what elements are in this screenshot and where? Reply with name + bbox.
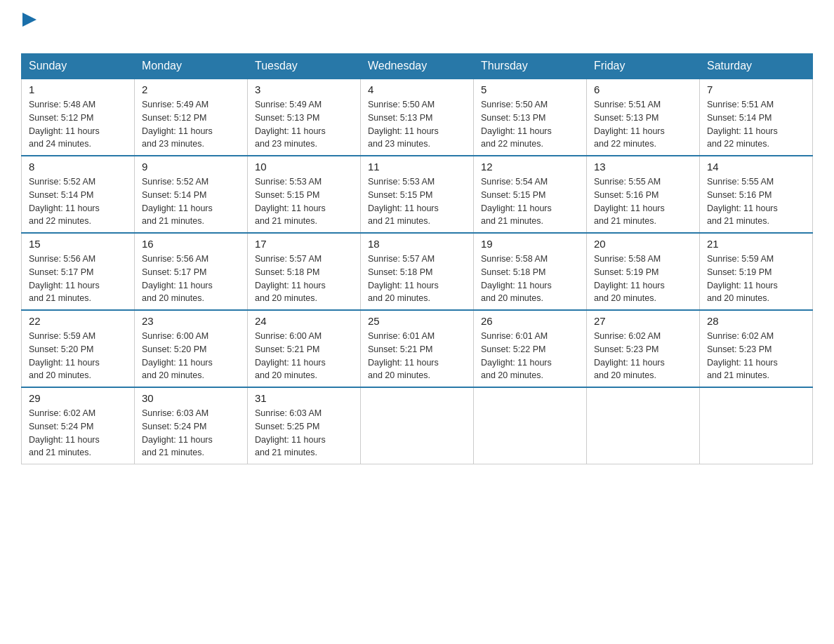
day-info: Sunrise: 5:59 AMSunset: 5:20 PMDaylight:… [29, 331, 100, 380]
page-header [21, 14, 813, 46]
calendar-cell [587, 387, 700, 464]
calendar-cell: 16 Sunrise: 5:56 AMSunset: 5:17 PMDaylig… [135, 233, 248, 310]
day-info: Sunrise: 5:55 AMSunset: 5:16 PMDaylight:… [594, 177, 665, 226]
calendar-cell: 6 Sunrise: 5:51 AMSunset: 5:13 PMDayligh… [587, 79, 700, 156]
logo [21, 14, 37, 46]
day-info: Sunrise: 5:58 AMSunset: 5:18 PMDaylight:… [481, 254, 552, 303]
day-number: 12 [481, 161, 579, 173]
day-info: Sunrise: 5:58 AMSunset: 5:19 PMDaylight:… [594, 254, 665, 303]
day-number: 18 [368, 238, 466, 250]
calendar-cell [361, 387, 474, 464]
calendar-week-3: 15 Sunrise: 5:56 AMSunset: 5:17 PMDaylig… [22, 233, 813, 310]
calendar-cell: 5 Sunrise: 5:50 AMSunset: 5:13 PMDayligh… [474, 79, 587, 156]
calendar-cell [474, 387, 587, 464]
day-number: 30 [142, 392, 240, 404]
day-info: Sunrise: 6:02 AMSunset: 5:24 PMDaylight:… [29, 408, 100, 457]
day-number: 21 [707, 238, 805, 250]
day-number: 25 [368, 315, 466, 327]
day-info: Sunrise: 5:50 AMSunset: 5:13 PMDaylight:… [368, 100, 439, 149]
day-number: 6 [594, 83, 692, 95]
calendar-cell: 8 Sunrise: 5:52 AMSunset: 5:14 PMDayligh… [22, 156, 135, 233]
day-info: Sunrise: 5:48 AMSunset: 5:12 PMDaylight:… [29, 100, 100, 149]
day-number: 16 [142, 238, 240, 250]
calendar-cell: 23 Sunrise: 6:00 AMSunset: 5:20 PMDaylig… [135, 310, 248, 387]
calendar-cell: 22 Sunrise: 5:59 AMSunset: 5:20 PMDaylig… [22, 310, 135, 387]
calendar-cell: 15 Sunrise: 5:56 AMSunset: 5:17 PMDaylig… [22, 233, 135, 310]
day-info: Sunrise: 6:02 AMSunset: 5:23 PMDaylight:… [707, 331, 778, 380]
day-info: Sunrise: 6:00 AMSunset: 5:20 PMDaylight:… [142, 331, 213, 380]
calendar-cell: 26 Sunrise: 6:01 AMSunset: 5:22 PMDaylig… [474, 310, 587, 387]
day-info: Sunrise: 6:03 AMSunset: 5:25 PMDaylight:… [255, 408, 326, 457]
day-info: Sunrise: 6:01 AMSunset: 5:21 PMDaylight:… [368, 331, 439, 380]
calendar-cell: 20 Sunrise: 5:58 AMSunset: 5:19 PMDaylig… [587, 233, 700, 310]
day-number: 27 [594, 315, 692, 327]
calendar-week-5: 29 Sunrise: 6:02 AMSunset: 5:24 PMDaylig… [22, 387, 813, 464]
calendar-cell: 10 Sunrise: 5:53 AMSunset: 5:15 PMDaylig… [248, 156, 361, 233]
calendar-cell: 17 Sunrise: 5:57 AMSunset: 5:18 PMDaylig… [248, 233, 361, 310]
logo-arrow-icon [22, 13, 37, 27]
day-number: 10 [255, 161, 353, 173]
day-number: 17 [255, 238, 353, 250]
day-number: 22 [29, 315, 127, 327]
calendar-cell: 3 Sunrise: 5:49 AMSunset: 5:13 PMDayligh… [248, 79, 361, 156]
day-info: Sunrise: 5:49 AMSunset: 5:13 PMDaylight:… [255, 100, 326, 149]
calendar-cell: 25 Sunrise: 6:01 AMSunset: 5:21 PMDaylig… [361, 310, 474, 387]
day-info: Sunrise: 5:56 AMSunset: 5:17 PMDaylight:… [29, 254, 100, 303]
day-info: Sunrise: 5:55 AMSunset: 5:16 PMDaylight:… [707, 177, 778, 226]
day-info: Sunrise: 6:02 AMSunset: 5:23 PMDaylight:… [594, 331, 665, 380]
day-info: Sunrise: 5:53 AMSunset: 5:15 PMDaylight:… [255, 177, 326, 226]
day-info: Sunrise: 5:57 AMSunset: 5:18 PMDaylight:… [255, 254, 326, 303]
day-info: Sunrise: 5:50 AMSunset: 5:13 PMDaylight:… [481, 100, 552, 149]
calendar-cell: 4 Sunrise: 5:50 AMSunset: 5:13 PMDayligh… [361, 79, 474, 156]
day-info: Sunrise: 5:57 AMSunset: 5:18 PMDaylight:… [368, 254, 439, 303]
day-number: 31 [255, 392, 353, 404]
day-info: Sunrise: 5:51 AMSunset: 5:13 PMDaylight:… [594, 100, 665, 149]
day-info: Sunrise: 6:03 AMSunset: 5:24 PMDaylight:… [142, 408, 213, 457]
calendar-week-4: 22 Sunrise: 5:59 AMSunset: 5:20 PMDaylig… [22, 310, 813, 387]
calendar-cell: 7 Sunrise: 5:51 AMSunset: 5:14 PMDayligh… [700, 79, 813, 156]
day-info: Sunrise: 6:01 AMSunset: 5:22 PMDaylight:… [481, 331, 552, 380]
calendar-cell: 14 Sunrise: 5:55 AMSunset: 5:16 PMDaylig… [700, 156, 813, 233]
day-number: 20 [594, 238, 692, 250]
calendar-cell: 11 Sunrise: 5:53 AMSunset: 5:15 PMDaylig… [361, 156, 474, 233]
day-info: Sunrise: 5:52 AMSunset: 5:14 PMDaylight:… [142, 177, 213, 226]
calendar-cell: 31 Sunrise: 6:03 AMSunset: 5:25 PMDaylig… [248, 387, 361, 464]
calendar-cell: 21 Sunrise: 5:59 AMSunset: 5:19 PMDaylig… [700, 233, 813, 310]
day-info: Sunrise: 6:00 AMSunset: 5:21 PMDaylight:… [255, 331, 326, 380]
calendar-week-1: 1 Sunrise: 5:48 AMSunset: 5:12 PMDayligh… [22, 79, 813, 156]
calendar-cell: 30 Sunrise: 6:03 AMSunset: 5:24 PMDaylig… [135, 387, 248, 464]
day-number: 23 [142, 315, 240, 327]
col-header-tuesday: Tuesday [248, 54, 361, 79]
day-info: Sunrise: 5:56 AMSunset: 5:17 PMDaylight:… [142, 254, 213, 303]
calendar-cell: 24 Sunrise: 6:00 AMSunset: 5:21 PMDaylig… [248, 310, 361, 387]
day-info: Sunrise: 5:59 AMSunset: 5:19 PMDaylight:… [707, 254, 778, 303]
day-number: 7 [707, 83, 805, 95]
day-number: 28 [707, 315, 805, 327]
calendar-cell: 19 Sunrise: 5:58 AMSunset: 5:18 PMDaylig… [474, 233, 587, 310]
day-number: 15 [29, 238, 127, 250]
svg-marker-0 [22, 13, 37, 27]
day-number: 29 [29, 392, 127, 404]
day-number: 9 [142, 161, 240, 173]
day-number: 14 [707, 161, 805, 173]
calendar-cell: 27 Sunrise: 6:02 AMSunset: 5:23 PMDaylig… [587, 310, 700, 387]
col-header-wednesday: Wednesday [361, 54, 474, 79]
calendar-cell: 12 Sunrise: 5:54 AMSunset: 5:15 PMDaylig… [474, 156, 587, 233]
calendar-cell [700, 387, 813, 464]
day-number: 11 [368, 161, 466, 173]
calendar-cell: 29 Sunrise: 6:02 AMSunset: 5:24 PMDaylig… [22, 387, 135, 464]
calendar-cell: 1 Sunrise: 5:48 AMSunset: 5:12 PMDayligh… [22, 79, 135, 156]
day-info: Sunrise: 5:51 AMSunset: 5:14 PMDaylight:… [707, 100, 778, 149]
day-number: 19 [481, 238, 579, 250]
day-number: 24 [255, 315, 353, 327]
calendar-cell: 9 Sunrise: 5:52 AMSunset: 5:14 PMDayligh… [135, 156, 248, 233]
calendar-week-2: 8 Sunrise: 5:52 AMSunset: 5:14 PMDayligh… [22, 156, 813, 233]
calendar-cell: 13 Sunrise: 5:55 AMSunset: 5:16 PMDaylig… [587, 156, 700, 233]
col-header-thursday: Thursday [474, 54, 587, 79]
day-number: 8 [29, 161, 127, 173]
calendar-cell: 2 Sunrise: 5:49 AMSunset: 5:12 PMDayligh… [135, 79, 248, 156]
day-number: 3 [255, 83, 353, 95]
day-info: Sunrise: 5:53 AMSunset: 5:15 PMDaylight:… [368, 177, 439, 226]
day-number: 2 [142, 83, 240, 95]
day-info: Sunrise: 5:54 AMSunset: 5:15 PMDaylight:… [481, 177, 552, 226]
